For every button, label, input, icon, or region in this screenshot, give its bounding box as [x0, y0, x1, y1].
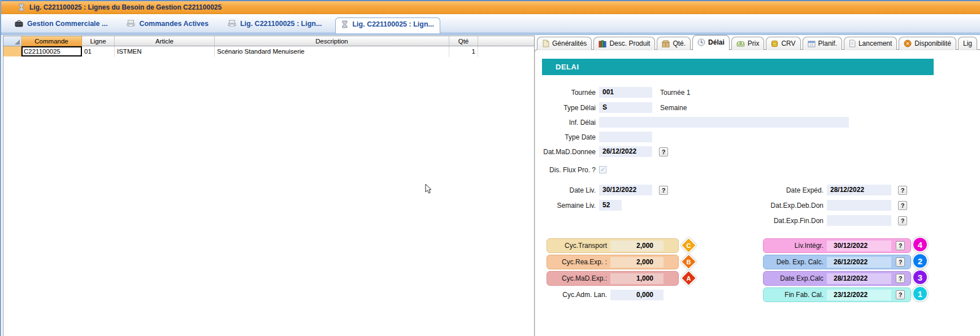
cell-commande[interactable]: C221100025 — [21, 46, 82, 56]
date-exped-help-button[interactable]: ? — [898, 186, 907, 195]
semaine-liv-field[interactable]: 52 — [599, 200, 622, 211]
cyc-mad-exp-field[interactable]: 1,000 — [610, 273, 664, 284]
field-label: Date Exp.Calc — [767, 274, 823, 282]
tab-label: Gestion Commerciale ... — [27, 20, 107, 28]
tab-commandes-actives[interactable]: Commandes Actives — [121, 18, 214, 30]
field-label: Dis. Flux Pro. ? — [539, 166, 596, 174]
liv-integr-box: Liv.Intégr. 30/12/2022 ? — [763, 238, 911, 253]
form-row-dis-flux-pro: Dis. Flux Pro. ? ✓ — [539, 164, 606, 175]
tab-label: Commandes Actives — [139, 20, 209, 28]
tab-lig-cut[interactable]: Lig — [958, 37, 977, 50]
field-label: Cyc.Transport — [552, 242, 607, 250]
form-row-tournee: Tournée 001 Tournée 1 — [539, 87, 690, 98]
type-delai-field[interactable]: S — [599, 102, 652, 113]
calendar-icon — [808, 40, 816, 47]
liv-integr-help-button[interactable]: ? — [896, 241, 905, 250]
grid-header-ligne[interactable]: Ligne — [82, 36, 115, 46]
cyc-transport-field[interactable]: 2,000 — [610, 241, 664, 251]
cyc-rea-exp-field[interactable]: 2,000 — [610, 257, 664, 268]
date-exp-calc-help-button[interactable]: ? — [896, 274, 905, 283]
dat-exp-fin-don-field[interactable] — [827, 215, 891, 226]
briefcase-icon — [15, 20, 23, 27]
inf-delai-field[interactable] — [599, 117, 849, 128]
form-row-type-date: Type Date — [539, 132, 652, 142]
tournee-field[interactable]: 001 — [599, 87, 652, 98]
tab-prix[interactable]: Prix — [731, 37, 765, 50]
date-liv-field[interactable]: 30/12/2022 — [599, 185, 652, 195]
dat-exp-fin-don-help-button[interactable]: ? — [898, 216, 907, 225]
order-lines-grid: Commande Ligne Article Description Qté C… — [3, 36, 535, 336]
field-label: Dat.Exp.Deb.Don — [747, 202, 823, 210]
dat-mad-donnee-help-button[interactable]: ? — [659, 147, 668, 156]
cyc-mad-exp-box: Cyc.MaD.Exp.: 1,000 — [547, 271, 679, 286]
fin-fab-cal-box: Fin Fab. Cal. 23/12/2022 ? — [763, 287, 911, 302]
deb-exp-calc-help-button[interactable]: ? — [896, 258, 905, 267]
tab-desc-produit[interactable]: Desc. Produit — [593, 37, 655, 50]
grid-header-description[interactable]: Description — [215, 36, 449, 46]
tab-lig-2-active[interactable]: Lig. C221100025 : Lign... — [335, 18, 440, 33]
type-date-field[interactable] — [599, 132, 652, 142]
fin-fab-cal-field[interactable]: 23/12/2022 — [827, 290, 891, 300]
tab-lancement[interactable]: Lancement — [844, 37, 897, 50]
window-titlebar: Lig. C221100025 : Lignes du Besoin de Ge… — [1, 1, 980, 14]
grid-header-row: Commande Ligne Article Description Qté — [3, 36, 534, 46]
tab-disponibilite[interactable]: Disponibilité — [899, 37, 956, 50]
section-header-delai: DELAI — [542, 59, 934, 75]
detail-tab-strip: Généralités Desc. Produit Qté. Délai Pri… — [537, 35, 979, 50]
grid-header-filler — [478, 36, 534, 46]
table-row: C221100025 01 ISTMEN Scénario Standard M… — [3, 46, 534, 56]
window-title: Lig. C221100025 : Lignes du Besoin de Ge… — [29, 3, 222, 11]
tab-label: Délai — [708, 38, 725, 46]
tournee-description: Tournée 1 — [660, 89, 690, 97]
date-exp-calc-box: Date Exp.Calc 28/12/2022 ? — [763, 271, 911, 286]
dis-flux-pro-checkbox[interactable]: ✓ — [599, 166, 606, 173]
grid-header-qte[interactable]: Qté — [449, 36, 478, 46]
tab-delai-active[interactable]: Délai — [692, 35, 730, 50]
tab-generalites[interactable]: Généralités — [537, 37, 592, 50]
tab-label: Planif. — [818, 40, 837, 47]
date-exped-field[interactable]: 28/12/2022 — [827, 185, 891, 195]
field-label: Cyc.MaD.Exp.: — [552, 274, 607, 282]
dat-mad-donnee-field[interactable]: 26/12/2022 — [599, 146, 652, 157]
tab-label: Qté. — [673, 40, 686, 47]
form-row-type-delai: Type Délai S Semaine — [539, 102, 687, 113]
tab-crv[interactable]: CRV — [766, 37, 800, 50]
tab-qte[interactable]: Qté. — [657, 37, 691, 50]
dat-exp-deb-don-help-button[interactable]: ? — [898, 201, 907, 210]
field-label: Type Délai — [539, 104, 596, 112]
cell-ligne[interactable]: 01 — [82, 46, 115, 56]
cyc-transport-box: Cyc.Transport 2,000 — [547, 238, 679, 253]
deb-exp-calc-field[interactable]: 26/12/2022 — [827, 257, 891, 268]
form-row-date-exped: Date Expéd. 28/12/2022 ? — [747, 185, 907, 195]
tab-lig-1[interactable]: Lig. C221100025 : Lign... — [222, 18, 328, 30]
cyc-adm-lan-field[interactable]: 0,000 — [610, 290, 664, 300]
date-liv-help-button[interactable]: ? — [659, 186, 668, 195]
tab-label: Lancement — [858, 40, 892, 47]
grid-header-commande[interactable]: Commande — [21, 36, 82, 46]
cell-article[interactable]: ISTMEN — [115, 46, 215, 56]
printer-icon — [127, 20, 135, 27]
field-label: Inf. Délai — [539, 119, 596, 126]
money-icon — [736, 41, 745, 47]
fin-fab-cal-help-button[interactable]: ? — [896, 290, 905, 299]
window-hourglass-icon — [18, 3, 25, 11]
deb-exp-calc-box: Deb. Exp. Calc. 26/12/2022 ? — [763, 255, 911, 269]
cell-description[interactable]: Scénario Standard Menuiserie — [215, 46, 449, 56]
tab-label: Lig — [963, 40, 972, 47]
cell-qte[interactable]: 1 — [449, 46, 478, 56]
row-selector-cell[interactable] — [3, 46, 21, 56]
form-row-dat-exp-fin-don: Dat.Exp.Fin.Don ? — [747, 215, 907, 226]
tab-label: Prix — [748, 40, 760, 47]
field-label: Cyc.Adm. Lan. — [552, 291, 607, 299]
form-row-date-liv: Date Liv. 30/12/2022 ? — [539, 185, 668, 195]
printer-icon — [228, 20, 236, 27]
tab-gestion-commerciale[interactable]: Gestion Commerciale ... — [9, 18, 113, 30]
tab-planif[interactable]: Planif. — [803, 37, 842, 50]
date-exp-calc-field[interactable]: 28/12/2022 — [827, 273, 891, 284]
grid-select-all-header[interactable] — [3, 36, 21, 46]
liv-integr-field[interactable]: 30/12/2022 — [827, 241, 891, 251]
dat-exp-deb-don-field[interactable] — [827, 200, 891, 211]
mouse-cursor — [425, 184, 432, 197]
grid-header-article[interactable]: Article — [115, 36, 215, 46]
cell-filler — [478, 46, 534, 56]
